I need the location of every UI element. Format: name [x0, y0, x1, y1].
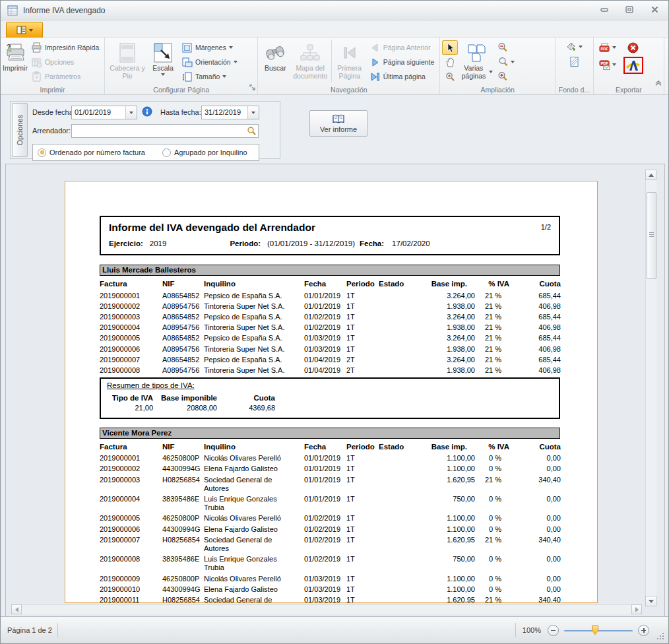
- search-lookup-icon[interactable]: [247, 126, 257, 139]
- minimize-button[interactable]: [596, 3, 613, 15]
- column-header: Base imp.: [418, 278, 475, 290]
- options-tab[interactable]: Opciones: [12, 103, 28, 157]
- chevron-down-icon: [579, 46, 583, 48]
- zoom-slider-thumb[interactable]: [592, 626, 598, 635]
- paint-bucket-icon: [565, 42, 577, 53]
- scroll-left-button[interactable]: [11, 604, 22, 614]
- zoom-button[interactable]: [495, 55, 517, 69]
- pointer-tool-button[interactable]: [442, 40, 458, 55]
- close-button[interactable]: [646, 3, 663, 15]
- printer-icon: ?: [5, 42, 26, 64]
- last-page-button[interactable]: Última página: [366, 69, 438, 84]
- table-cell: 406,98: [509, 323, 561, 333]
- table-cell: 1T: [346, 513, 379, 524]
- maximize-button[interactable]: [621, 3, 638, 15]
- window-title: Informe IVA devengado: [23, 6, 106, 15]
- info-icon[interactable]: [142, 106, 152, 119]
- table-cell: 2019000006: [100, 344, 162, 354]
- table-cell: 01/03/2019: [304, 584, 346, 595]
- vertical-scroll-track[interactable]: [645, 180, 656, 596]
- first-page-button[interactable]: Primera Página: [333, 40, 366, 84]
- to-date-combobox[interactable]: 31/12/2019: [201, 106, 259, 119]
- zoom-out-status-button[interactable]: [548, 625, 559, 636]
- table-cell: Luis Enrique Gonzales Trubia: [204, 494, 304, 513]
- arrow-down-icon: [649, 600, 654, 603]
- close-preview-button[interactable]: [625, 40, 641, 55]
- zoom-out-button[interactable]: [495, 40, 511, 55]
- zoom-out-icon: [497, 42, 508, 53]
- table-cell: 2019000007: [100, 534, 162, 554]
- scroll-down-button[interactable]: [645, 596, 656, 606]
- table-cell: 01/04/2019: [304, 354, 346, 365]
- header-footer-button[interactable]: Cabecera y Pie: [107, 40, 148, 84]
- zoom-region-tool-button[interactable]: [442, 69, 458, 84]
- group-label-configurar: Configurar Página: [105, 86, 257, 94]
- collapse-ribbon-button[interactable]: [654, 77, 662, 89]
- scroll-up-button[interactable]: [645, 170, 656, 180]
- resize-grip[interactable]: [656, 631, 664, 640]
- quick-print-button[interactable]: Impresión Rápida: [28, 40, 102, 55]
- table-cell: Nicolás Olivares Perelló: [204, 453, 304, 464]
- app-menu-button[interactable]: [6, 22, 43, 38]
- export-document-button[interactable]: PDF: [596, 40, 620, 55]
- table-cell: 21 %: [475, 365, 509, 375]
- table-cell: 1T: [346, 474, 379, 494]
- table-cell: 1T: [346, 494, 379, 513]
- from-date-combobox[interactable]: 01/01/2019: [71, 106, 137, 119]
- table-cell: 685,44: [509, 354, 561, 365]
- parameters-button[interactable]: ? Parámetros: [28, 69, 102, 84]
- watermark-button[interactable]: [565, 54, 583, 69]
- column-header: Inquilino: [204, 441, 304, 453]
- table-cell: 1.620,95: [418, 534, 475, 554]
- table-cell: [379, 534, 418, 554]
- table-cell: Tintoreria Super Net S.A.: [204, 301, 304, 311]
- table-cell: 1T: [346, 323, 379, 333]
- dialog-launcher-icon[interactable]: [249, 82, 256, 94]
- vertical-scroll-thumb[interactable]: [647, 192, 656, 279]
- table-cell: 01/03/2019: [304, 573, 346, 584]
- from-date-dropdown-button[interactable]: [125, 106, 137, 119]
- scale-button[interactable]: Escala: [148, 40, 178, 84]
- orientation-button[interactable]: Orientación: [178, 55, 241, 69]
- table-cell: 2019000010: [100, 584, 162, 595]
- table-cell: 1T: [346, 534, 379, 554]
- scroll-right-button[interactable]: [631, 604, 642, 614]
- table-cell: 1T: [346, 453, 379, 464]
- print-button[interactable]: ? Imprimir: [3, 40, 28, 84]
- margins-button[interactable]: Márgenes: [178, 40, 241, 55]
- print-options-button[interactable]: Opciones: [28, 55, 102, 69]
- landlord-input[interactable]: [71, 124, 259, 138]
- to-date-label: Hasta fecha:: [160, 108, 201, 116]
- horizontal-scroll-track[interactable]: [22, 604, 631, 614]
- radio-sort-by-invoice[interactable]: Ordenado por número factura: [38, 148, 145, 157]
- table-cell: 01/02/2019: [304, 554, 346, 573]
- table-cell: 2019000005: [100, 513, 162, 524]
- to-date-dropdown-button[interactable]: [247, 106, 259, 119]
- table-cell: Luis Enrique Gonzales Trubia: [204, 554, 304, 573]
- radio-group-by-tenant[interactable]: Agrupado por Inquilino: [162, 148, 247, 157]
- document-map-button[interactable]: Mapa del documento: [290, 40, 329, 84]
- send-email-button[interactable]: PDF: [596, 57, 620, 72]
- hand-tool-button[interactable]: [442, 55, 458, 69]
- table-cell: 44300994G: [162, 464, 204, 474]
- aeat-export-button[interactable]: [625, 59, 641, 72]
- next-page-button[interactable]: Página siguiente: [366, 55, 438, 69]
- table-cell: 2T: [346, 354, 379, 365]
- table-cell: 2019000008: [100, 554, 162, 573]
- view-report-button[interactable]: Ver informe: [309, 110, 367, 137]
- zoom-slider[interactable]: [564, 625, 633, 636]
- zoom-in-status-button[interactable]: [638, 625, 649, 636]
- vertical-scrollbar[interactable]: [645, 170, 656, 606]
- page-color-button[interactable]: [562, 40, 586, 54]
- zoom-level: 100%: [523, 626, 541, 634]
- chevron-down-icon: [251, 112, 255, 114]
- prev-page-button[interactable]: Página Anterior: [366, 40, 438, 55]
- size-button[interactable]: Tamaño: [178, 69, 241, 84]
- search-button[interactable]: Buscar: [260, 40, 290, 84]
- horizontal-scrollbar[interactable]: [11, 604, 642, 614]
- zoom-in-button[interactable]: [495, 69, 511, 84]
- multiple-pages-button[interactable]: Varias páginas: [458, 40, 495, 84]
- preview-area[interactable]: Informe del IVA devengado del Arrendador…: [5, 164, 665, 618]
- vat-summary-box: Resumen de tipos de IVA: Tipo de IVABase…: [100, 377, 560, 419]
- table-cell: Elena Fajardo Galisteo: [204, 584, 304, 595]
